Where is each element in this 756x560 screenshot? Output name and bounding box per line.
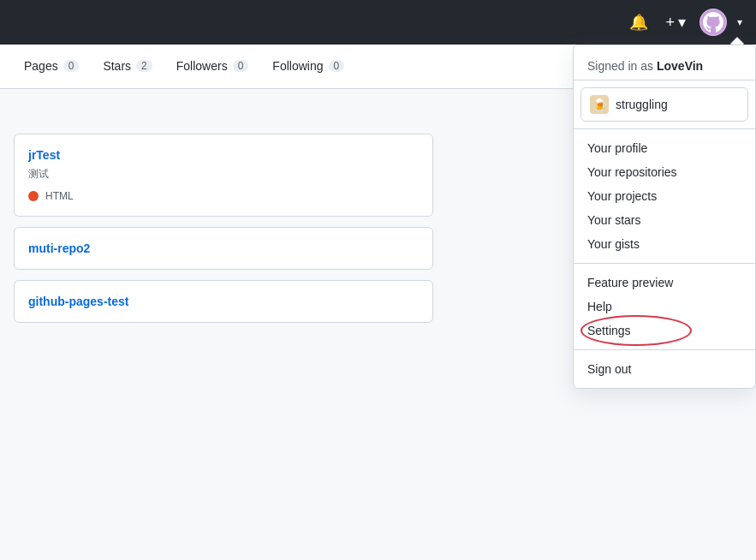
user-dropdown: Signed in as LoveVin 🍺 struggling Your p…	[573, 45, 756, 389]
repo-card-muti-repo2: muti-repo2	[14, 227, 433, 270]
nav-item-pages[interactable]: Pages 0	[14, 45, 89, 89]
top-navbar: 🔔 + ▾ ▾	[0, 0, 756, 45]
avatar[interactable]	[699, 9, 727, 36]
org-icon: 🍺	[590, 95, 609, 114]
menu-item-help[interactable]: Help	[574, 295, 755, 319]
dropdown-username: LoveVin	[657, 59, 703, 73]
dropdown-menu: Signed in as LoveVin 🍺 struggling Your p…	[573, 45, 756, 389]
org-name: struggling	[616, 98, 668, 111]
stars-count: 2	[136, 60, 152, 72]
signed-in-prefix: Signed in as	[587, 59, 653, 73]
avatar-icon	[703, 12, 723, 33]
menu-item-your-stars[interactable]: Your stars	[574, 208, 755, 232]
settings-wrapper: Settings	[574, 319, 755, 343]
lang-label-jrTest: HTML	[45, 190, 74, 202]
chevron-down-icon: ▾	[678, 13, 686, 32]
followers-label: Followers	[176, 59, 228, 73]
repo-meta-jrTest: HTML	[28, 190, 419, 202]
dropdown-header: Signed in as LoveVin	[574, 52, 755, 80]
nav-item-following[interactable]: Following 0	[262, 45, 354, 89]
following-label: Following	[272, 59, 323, 73]
plus-icon: +	[665, 14, 675, 32]
repo-link-muti-repo2[interactable]: muti-repo2	[28, 241, 90, 255]
dropdown-org[interactable]: 🍺 struggling	[580, 87, 748, 122]
divider-2	[574, 263, 755, 264]
pages-count: 0	[63, 60, 80, 72]
following-count: 0	[329, 60, 345, 72]
divider-1	[574, 128, 755, 129]
navbar-actions: 🔔 + ▾ ▾	[626, 9, 742, 36]
nav-item-followers[interactable]: Followers 0	[166, 45, 259, 89]
dropdown-arrow	[730, 38, 744, 45]
menu-item-sign-out[interactable]: Sign out	[574, 357, 755, 381]
repo-desc-jrTest: 测试	[28, 167, 419, 182]
menu-item-your-gists[interactable]: Your gists	[574, 232, 755, 256]
pages-label: Pages	[24, 59, 58, 73]
new-item-button[interactable]: + ▾	[662, 9, 689, 35]
repo-card-github-pages-test: github-pages-test	[14, 280, 433, 323]
lang-dot-jrTest	[28, 191, 39, 201]
repo-link-github-pages-test[interactable]: github-pages-test	[28, 295, 128, 308]
menu-item-your-profile[interactable]: Your profile	[574, 136, 755, 160]
followers-count: 0	[233, 60, 249, 72]
stars-label: Stars	[103, 59, 131, 73]
menu-item-feature-preview[interactable]: Feature preview	[574, 271, 755, 295]
menu-item-settings[interactable]: Settings	[574, 319, 755, 343]
bell-icon: 🔔	[629, 13, 648, 32]
menu-item-your-projects[interactable]: Your projects	[574, 184, 755, 208]
repo-link-jrTest[interactable]: jrTest	[28, 148, 60, 162]
avatar-chevron: ▾	[737, 16, 742, 28]
menu-item-your-repositories[interactable]: Your repositories	[574, 160, 755, 184]
repo-card-jrTest: jrTest 测试 HTML	[14, 134, 433, 217]
notifications-button[interactable]: 🔔	[626, 9, 652, 35]
nav-item-stars[interactable]: Stars 2	[92, 45, 162, 89]
divider-3	[574, 349, 755, 350]
